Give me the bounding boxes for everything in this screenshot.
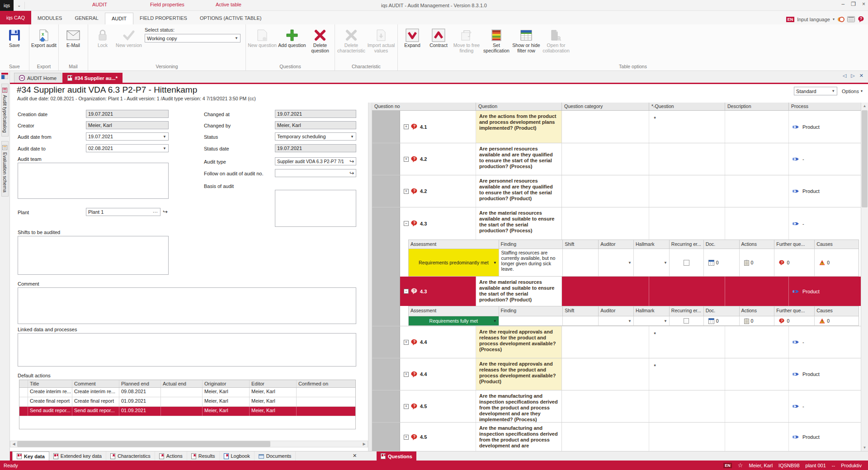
assessment-dropdown[interactable]: Requirements fully met▼ — [409, 316, 499, 325]
favorites-star-icon[interactable]: ☆ — [738, 462, 743, 468]
add-question-button[interactable]: Add question — [277, 26, 307, 48]
tab-actions[interactable]: Actions — [155, 451, 187, 461]
doc-tab-supplier-audit[interactable]: #34 Supplier au...* — [62, 73, 123, 83]
vertical-scrollbar[interactable]: ▲ ▼ — [861, 103, 868, 451]
auditor-dropdown[interactable]: ▼ — [599, 249, 634, 276]
scroll-left-icon[interactable]: ◀ — [10, 442, 17, 446]
horizontal-scrollbar[interactable]: ◀ ▶ — [10, 441, 368, 447]
nav-previous-icon[interactable]: ◁ — [843, 73, 846, 79]
audit-type-field[interactable]: Supplier audit VDA 6.3 P2-P7 7/1↪ — [275, 157, 356, 165]
question-row[interactable]: + ? 4.2 Are personnel resources availabl… — [372, 175, 868, 207]
pane-splitter[interactable] — [368, 103, 372, 451]
hallmark-dropdown[interactable]: ▼ — [634, 316, 670, 325]
tab-options-active-table[interactable]: OPTIONS (ACTIVE TABLE) — [193, 13, 268, 24]
actions-count[interactable]: 0 — [740, 318, 754, 324]
nav-close-icon[interactable]: ✕ — [859, 73, 863, 79]
maximize-button[interactable]: ❐ — [851, 1, 856, 7]
tab-extended-key-data[interactable]: Extended key data — [49, 451, 106, 461]
quick-access-customize-icon[interactable]: ⌄ — [14, 2, 25, 9]
question-row-selected[interactable]: − ? 4.3 Are the material resources avail… — [372, 277, 868, 306]
question-row[interactable]: + ? 4.5 Are the manufacturing and inspec… — [372, 423, 868, 451]
close-button[interactable]: × — [862, 1, 865, 7]
context-tab-field-properties[interactable]: Field properties — [150, 2, 184, 7]
collapse-toggle[interactable]: − — [404, 289, 409, 294]
contract-button[interactable]: Contract — [425, 26, 452, 48]
tab-general[interactable]: GENERAL — [68, 13, 105, 24]
tab-key-data[interactable]: Key data — [12, 451, 49, 461]
chevron-down-icon[interactable]: ▼ — [163, 135, 166, 139]
select-status-dropdown[interactable]: Working copy ▼ — [145, 34, 241, 42]
view-select[interactable]: Standard ▼ — [794, 87, 837, 95]
audit-team-textarea[interactable] — [18, 163, 169, 199]
actions-count[interactable]: 0 — [740, 260, 754, 266]
audit-date-to-field[interactable]: 02.08.2021▼ — [86, 144, 169, 152]
collapse-toggle[interactable]: − — [404, 221, 409, 226]
shift-cell[interactable] — [563, 249, 599, 276]
follow-on-field[interactable]: ↪ — [275, 169, 356, 177]
causes-count[interactable]: 0 — [815, 260, 830, 265]
chevron-down-icon[interactable]: ▼ — [163, 146, 166, 150]
question-row[interactable]: + ? 4.4 Are the required approvals and r… — [372, 358, 868, 390]
delete-question-button[interactable]: Delete question — [307, 26, 333, 53]
context-tab-active-table[interactable]: Active table — [216, 2, 241, 7]
tab-field-properties[interactable]: FIELD PROPERTIES — [133, 13, 193, 24]
tab-iqs-caq[interactable]: iqs CAQ — [0, 11, 31, 24]
theme-circles-icon[interactable] — [837, 16, 844, 23]
auditor-dropdown[interactable]: ▼ — [599, 316, 634, 325]
scroll-right-icon[interactable]: ▶ — [361, 442, 368, 446]
linked-data-textarea[interactable] — [18, 333, 356, 367]
expand-toggle[interactable]: + — [404, 372, 409, 377]
doc-count[interactable]: 0 — [704, 260, 719, 266]
app-menu-button[interactable]: iqs — [0, 0, 14, 11]
tab-characteristics[interactable]: Characteristics — [106, 451, 155, 461]
dock-tab-audit-type-catalog[interactable]: Audit type/catalog — [1, 84, 9, 136]
shifts-textarea[interactable] — [18, 236, 169, 275]
recurring-error-checkbox[interactable] — [684, 260, 689, 266]
question-row[interactable]: + ? 4.1 Are the actions from the product… — [372, 111, 868, 143]
recurring-error-checkbox[interactable] — [684, 318, 689, 324]
scroll-down-icon[interactable]: ▼ — [861, 446, 868, 450]
basis-of-audit-textarea[interactable] — [275, 190, 356, 227]
scrollbar-thumb[interactable] — [862, 110, 868, 207]
nav-next-icon[interactable]: ▷ — [851, 73, 854, 79]
show-hide-filter-row-button[interactable]: Show or hide filter row — [511, 26, 541, 53]
hallmark-dropdown[interactable]: ▼ — [634, 249, 670, 276]
question-row[interactable]: − ? 4.3 Are the material resources avail… — [372, 207, 868, 240]
doc-tab-audit-home[interactable]: AUDIT Home — [14, 73, 61, 83]
input-language-label[interactable]: Input language — [797, 17, 830, 22]
expand-button[interactable]: Expand — [399, 26, 425, 48]
plant-field[interactable]: Plant 1⋯ — [86, 208, 160, 216]
default-action-row-selected[interactable]: Send audit repor... Send audit repor... … — [19, 407, 355, 416]
assessment-dropdown[interactable]: Requirements predominantly met▼ — [409, 249, 499, 276]
tab-results[interactable]: Results — [187, 451, 220, 461]
default-action-row[interactable]: Create interim re... Create interim re..… — [19, 388, 355, 397]
help-icon[interactable]: ? — [858, 16, 864, 23]
expand-toggle[interactable]: + — [404, 340, 409, 345]
question-row[interactable]: + ? 4.2 Are personnel resources availabl… — [372, 143, 868, 175]
status-language-badge[interactable]: EN — [723, 463, 732, 468]
context-tab-audit[interactable]: AUDIT — [92, 2, 107, 7]
tab-questions[interactable]: Questions — [377, 451, 416, 461]
further-questions-count[interactable]: ?0 — [774, 318, 789, 324]
question-row[interactable]: + ? 4.5 Are the manufacturing and inspec… — [372, 390, 868, 423]
expand-toggle[interactable]: + — [404, 404, 409, 409]
question-row[interactable]: + ? 4.4 Are the required approvals and r… — [372, 326, 868, 358]
expand-toggle[interactable]: + — [404, 189, 409, 194]
save-button[interactable]: Save — [1, 26, 28, 48]
finding-row[interactable]: Requirements predominantly met▼ Staffing… — [408, 249, 859, 277]
keyboard-icon[interactable] — [847, 16, 855, 22]
set-specification-button[interactable]: Set specification — [481, 26, 511, 53]
finding-row[interactable]: Requirements fully met▼ ▼ ▼ 0 0 ?0 0 — [408, 316, 859, 326]
tab-logbook[interactable]: Logbook — [220, 451, 255, 461]
shift-cell[interactable] — [563, 316, 599, 325]
chevron-down-icon[interactable]: ▾ — [833, 17, 835, 21]
audit-type-jump-icon[interactable]: ↪ — [349, 159, 354, 164]
doc-count[interactable]: 0 — [704, 318, 719, 324]
audit-date-from-field[interactable]: 19.07.2021▼ — [86, 132, 169, 141]
follow-on-jump-icon[interactable]: ↪ — [349, 171, 354, 175]
pane-close-icon[interactable]: ✕ — [353, 453, 357, 459]
tab-modules[interactable]: MODULES — [31, 13, 68, 24]
finding-text[interactable] — [499, 316, 563, 325]
minimize-button[interactable]: – — [842, 1, 845, 7]
tab-audit[interactable]: AUDIT — [105, 13, 133, 24]
